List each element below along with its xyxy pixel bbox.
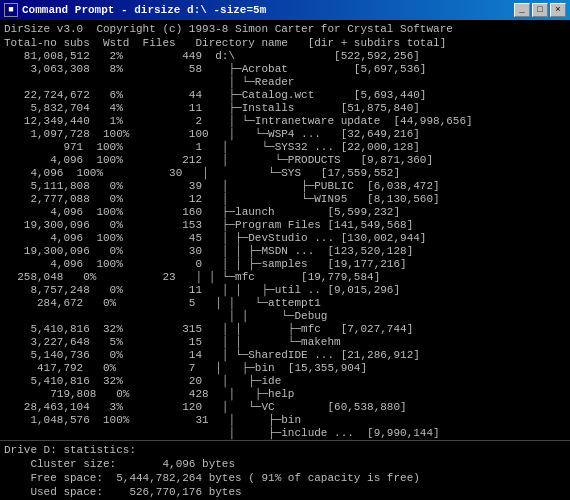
list-item: │ │ └─Debug [4, 310, 566, 323]
drive-stats-title: Drive D: statistics: [4, 443, 566, 457]
list-item: 719,808 0% 428 │ ├─help [4, 388, 566, 401]
list-item: 28,463,104 3% 120 │ └─VC [60,538,880] [4, 401, 566, 414]
list-item: 4,096 100% 30 │ └─SYS [17,559,552] [4, 167, 566, 180]
list-item: 5,410,816 32% 20 │ ├─ide [4, 375, 566, 388]
window: ■ Command Prompt - dirsize d:\ -size=5m … [0, 0, 570, 500]
main-content: DirSize v3.0 Copyright (c) 1993-8 Simon … [0, 20, 570, 440]
list-item: 1,048,576 100% 31 │ ├─bin [4, 414, 566, 427]
list-item: │ └─Reader [4, 76, 566, 89]
list-item: 284,672 0% 5 │ │ └─attempt1 [4, 297, 566, 310]
list-item: │ ├─include ... [9,990,144] [4, 427, 566, 440]
list-item: 81,008,512 2% 449 d:\ [522,592,256] [4, 50, 566, 63]
status-bar: Drive D: statistics: Cluster size: 4,096… [0, 440, 570, 500]
list-item: 4,096 100% 160 ├─launch [5,599,232] [4, 206, 566, 219]
list-item: 2,777,088 0% 12 │ └─WIN95 [8,130,560] [4, 193, 566, 206]
list-item: 12,349,440 1% 2 │ └─Intranetware update … [4, 115, 566, 128]
maximize-button[interactable]: □ [532, 3, 548, 17]
close-button[interactable]: × [550, 3, 566, 17]
list-item: 4,096 100% 0 │ │ ├─samples [19,177,216] [4, 258, 566, 271]
list-item: 8,757,248 0% 11 │ │ ├─util .. [9,015,296… [4, 284, 566, 297]
app-header: DirSize v3.0 Copyright (c) 1993-8 Simon … [4, 22, 566, 36]
list-item: 22,724,672 6% 44 ├─Catalog.wct [5,693,44… [4, 89, 566, 102]
list-item: 4,096 100% 212 │ └─PRODUCTS [9,871,360] [4, 154, 566, 167]
minimize-button[interactable]: _ [514, 3, 530, 17]
list-item: 3,227,648 5% 15 │ │ └─makehm [4, 336, 566, 349]
list-item: 19,300,096 0% 153 ├─Program Files [141,5… [4, 219, 566, 232]
list-item: 3,063,308 8% 58 ├─Acrobat [5,697,536] [4, 63, 566, 76]
list-item: 4,096 100% 45 │ ├─DevStudio ... [130,002… [4, 232, 566, 245]
window-icon: ■ [4, 3, 18, 17]
list-item: 1,097,728 100% 100 │ └─WSP4 ... [32,649,… [4, 128, 566, 141]
dir-listing: 81,008,512 2% 449 d:\ [522,592,256] 3,06… [4, 50, 566, 440]
free-space: Free space: 5,444,782,264 bytes ( 91% of… [4, 471, 566, 485]
list-item: 19,300,096 0% 30 │ │ ├─MSDN ... [123,520… [4, 245, 566, 258]
list-item: 5,410,816 32% 315 │ │ ├─mfc [7,027,744] [4, 323, 566, 336]
window-title: Command Prompt - dirsize d:\ -size=5m [22, 4, 266, 16]
title-bar: ■ Command Prompt - dirsize d:\ -size=5m … [0, 0, 570, 20]
list-item: 417,792 0% 7 │ ├─bin [15,355,904] [4, 362, 566, 375]
column-header: Total-no subs Wstd Files Directory name … [4, 36, 566, 50]
list-item: 971 100% 1 │ └─SYS32 ... [22,000,128] [4, 141, 566, 154]
list-item: 5,111,808 0% 39 │ ├─PUBLIC [6,038,472] [4, 180, 566, 193]
cluster-size: Cluster size: 4,096 bytes [4, 457, 566, 471]
used-space: Used space: 526,770,176 bytes [4, 485, 566, 499]
list-item: 5,832,704 4% 11 ├─Installs [51,875,840] [4, 102, 566, 115]
list-item: 258,048 0% 23 │ │ └─mfc [19,779,584] [4, 271, 566, 284]
list-item: 5,140,736 0% 14 │ └─SharedIDE ... [21,28… [4, 349, 566, 362]
